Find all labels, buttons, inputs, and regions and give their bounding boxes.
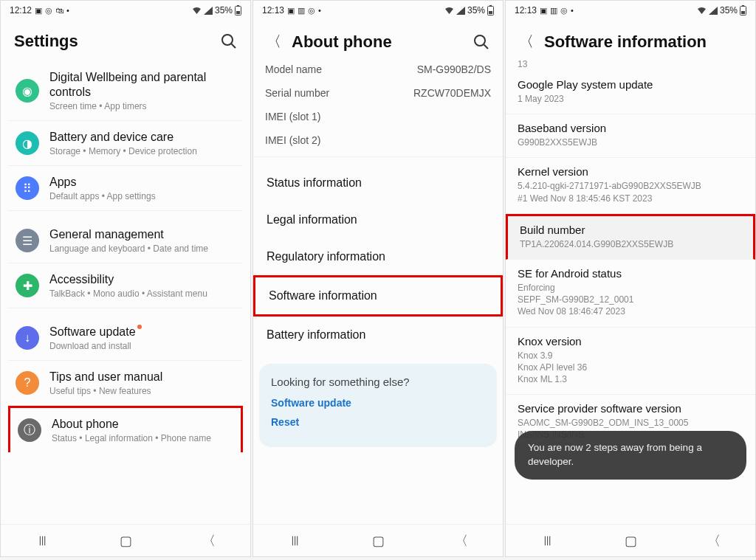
- suggest-reset[interactable]: Reset: [271, 416, 485, 428]
- status-time: 12:12: [10, 5, 32, 15]
- item-sub: Default apps • App settings: [49, 191, 236, 201]
- settings-item-battery[interactable]: ◑ Battery and device care Storage • Memo…: [8, 121, 243, 166]
- page-title: Software information: [544, 32, 742, 52]
- back-button[interactable]: 〈: [707, 532, 721, 550]
- kv-val: RZCW70DEMJX: [413, 87, 491, 99]
- signal-icon: [456, 7, 465, 15]
- list-legal-info[interactable]: Legal information: [253, 201, 503, 238]
- settings-item-tips[interactable]: ? Tips and user manual Useful tips • New…: [8, 361, 243, 406]
- back-icon[interactable]: 〈: [267, 32, 281, 52]
- info-title: Kernel version: [518, 165, 743, 178]
- item-sub: Storage • Memory • Device protection: [49, 146, 236, 156]
- accessibility-icon: ✚: [16, 274, 39, 297]
- kv-key: IMEI (slot 2): [265, 134, 320, 146]
- battery-text: 35%: [720, 5, 738, 15]
- apps-icon: ⠿: [16, 176, 39, 200]
- android-version: 13: [506, 58, 755, 71]
- settings-item-apps[interactable]: ⠿ Apps Default apps • App settings: [8, 166, 243, 211]
- settings-item-general[interactable]: ☰ General management Language and keyboa…: [8, 218, 243, 263]
- status-time: 12:13: [515, 5, 537, 15]
- header: 〈 About phone: [253, 20, 503, 58]
- back-button[interactable]: 〈: [455, 532, 468, 550]
- update-icon: ↓: [16, 326, 39, 350]
- settings-item-accessibility[interactable]: ✚ Accessibility TalkBack • Mono audio • …: [8, 263, 243, 308]
- more-icon: •: [66, 6, 69, 15]
- notif-icon: ▥: [298, 6, 305, 15]
- kv-imei2: IMEI (slot 2): [253, 128, 503, 157]
- kv-val: SM-G990B2/DS: [417, 63, 491, 75]
- list-regulatory-info[interactable]: Regulatory information: [253, 238, 503, 275]
- wellbeing-icon: ◉: [16, 79, 39, 103]
- status-bar: 12:12 ▣ ◎ 🛍 • 35%: [1, 1, 250, 20]
- suggest-title: Looking for something else?: [271, 376, 485, 388]
- notif-icon: ▣: [35, 6, 42, 15]
- nav-bar: ⫼ ▢ 〈: [253, 524, 503, 556]
- info-build-number[interactable]: Build number TP1A.220624.014.G990B2XXS5E…: [506, 214, 755, 260]
- svg-point-3: [222, 35, 233, 45]
- item-sub: Download and install: [49, 341, 236, 351]
- notif-icon: ▥: [550, 6, 557, 15]
- home-button[interactable]: ▢: [625, 533, 637, 549]
- item-sub: Status • Legal information • Phone name: [52, 433, 233, 443]
- info-sub: G990B2XXS5EWJB: [518, 136, 743, 148]
- battery-text: 35%: [215, 5, 233, 15]
- item-title: Digital Wellbeing and parental controls: [49, 70, 236, 100]
- svg-rect-2: [236, 11, 240, 14]
- status-time: 12:13: [262, 5, 284, 15]
- recents-button[interactable]: ⫼: [289, 533, 302, 548]
- info-google-play[interactable]: Google Play system update 1 May 2023: [506, 71, 755, 114]
- battery-care-icon: ◑: [16, 131, 39, 155]
- status-bar: 12:13 ▣ ▥ ◎ • 35%: [253, 1, 503, 20]
- recents-button[interactable]: ⫼: [36, 533, 49, 548]
- info-title: Service provider software version: [518, 402, 743, 415]
- settings-item-wellbeing[interactable]: ◉ Digital Wellbeing and parental control…: [8, 61, 243, 121]
- home-button[interactable]: ▢: [372, 533, 385, 549]
- kv-key: Model name: [265, 63, 322, 75]
- recents-button[interactable]: ⫼: [541, 533, 554, 548]
- notif-icon: ◎: [560, 6, 568, 15]
- info-title: Google Play system update: [518, 78, 743, 91]
- suggest-software-update[interactable]: Software update: [271, 397, 485, 409]
- svg-line-9: [484, 44, 489, 49]
- wifi-icon: [192, 7, 202, 15]
- info-se-android[interactable]: SE for Android status Enforcing SEPF_SM-…: [506, 260, 755, 328]
- back-icon[interactable]: 〈: [519, 32, 534, 52]
- kv-model: Model name SM-G990B2/DS: [253, 58, 503, 81]
- info-baseband[interactable]: Baseband version G990B2XXS5EWJB: [506, 114, 755, 158]
- search-icon[interactable]: [221, 33, 237, 49]
- settings-item-software-update[interactable]: ↓ Software update Download and install: [8, 316, 243, 361]
- kv-imei1: IMEI (slot 1): [253, 105, 503, 128]
- more-icon: •: [571, 6, 574, 15]
- back-button[interactable]: 〈: [202, 532, 216, 550]
- kv-key: IMEI (slot 1): [265, 111, 320, 122]
- item-sub: TalkBack • Mono audio • Assistant menu: [49, 288, 236, 299]
- nav-bar: ⫼ ▢ 〈: [506, 524, 755, 556]
- screen-settings: 12:12 ▣ ◎ 🛍 • 35% Settings ◉: [0, 0, 251, 557]
- info-knox[interactable]: Knox version Knox 3.9 Knox API level 36 …: [506, 328, 755, 395]
- settings-item-about-phone[interactable]: ⓘ About phone Status • Legal information…: [8, 406, 243, 452]
- wifi-icon: [697, 7, 707, 15]
- kv-serial: Serial number RZCW70DEMJX: [253, 81, 503, 105]
- info-title: Baseband version: [518, 122, 743, 134]
- home-button[interactable]: ▢: [120, 533, 132, 549]
- update-badge-icon: [137, 325, 142, 329]
- svg-line-4: [232, 44, 236, 49]
- info-kernel[interactable]: Kernel version 5.4.210-qgki-27171971-abG…: [506, 158, 755, 213]
- item-title: General management: [49, 227, 236, 242]
- header: 〈 Software information: [506, 20, 755, 58]
- item-title: About phone: [52, 417, 233, 432]
- svg-rect-12: [741, 11, 745, 14]
- notif-icon: ◎: [45, 6, 52, 15]
- developer-toast: You are now 2 steps away from being a de…: [515, 431, 746, 480]
- list-battery-info[interactable]: Battery information: [253, 317, 503, 353]
- list-software-info[interactable]: Software information: [253, 275, 503, 317]
- search-icon[interactable]: [473, 34, 489, 50]
- item-sub: Language and keyboard • Date and time: [49, 243, 236, 254]
- general-icon: ☰: [16, 229, 39, 252]
- info-sub: Enforcing SEPF_SM-G990B2_12_0001 Wed Nov…: [518, 282, 743, 318]
- about-icon: ⓘ: [18, 418, 41, 442]
- notif-icon: ▣: [287, 6, 295, 15]
- list-status-info[interactable]: Status information: [253, 165, 503, 201]
- item-sub: Useful tips • New features: [49, 386, 236, 396]
- info-sub: TP1A.220624.014.G990B2XXS5EWJB: [520, 238, 741, 250]
